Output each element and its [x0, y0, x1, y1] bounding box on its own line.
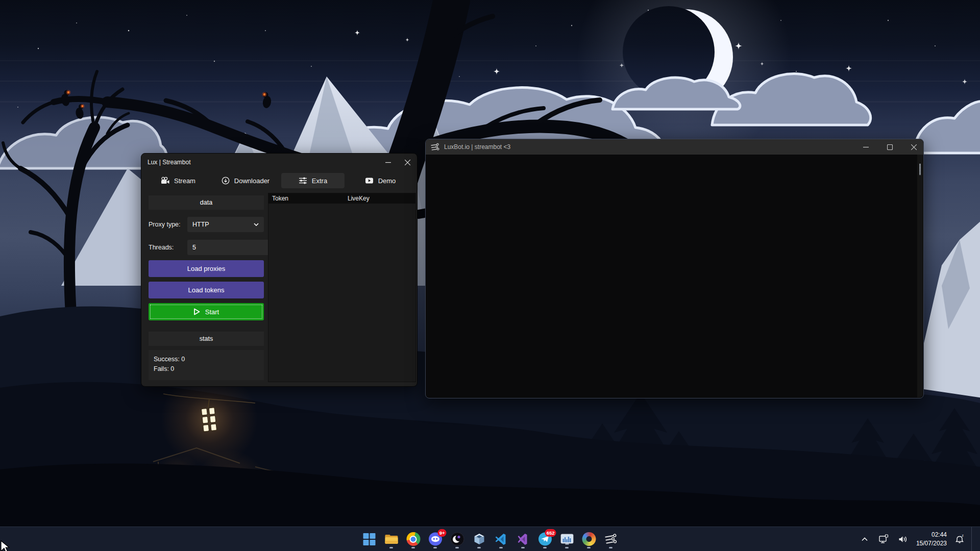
visual-studio-icon — [517, 533, 530, 546]
chrome-icon — [406, 532, 420, 546]
load-tokens-button[interactable]: Load tokens — [149, 282, 264, 298]
tab-stream-label: Stream — [174, 177, 195, 185]
console-scrollbar-thumb[interactable] — [919, 164, 921, 175]
taskbar-item-color-wheel-browser[interactable] — [579, 529, 599, 549]
load-proxies-button[interactable]: Load proxies — [149, 260, 264, 277]
taskbar: 9+ — [0, 527, 980, 551]
moon-app-icon — [450, 532, 464, 546]
proxy-type-label: Proxy type: — [149, 221, 183, 228]
lux-tab-bar: Stream Downloader Extra — [144, 171, 414, 190]
tab-stream[interactable]: Stream — [146, 173, 210, 188]
telegram-notification-badge: 652 — [545, 529, 556, 537]
minimize-icon[interactable] — [856, 140, 875, 154]
console-output[interactable] — [426, 155, 923, 397]
taskbar-item-chrome[interactable] — [403, 529, 424, 549]
monitor-graph-icon — [560, 533, 574, 546]
threads-input[interactable] — [187, 240, 280, 255]
proxy-type-select[interactable]: HTTP — [187, 217, 264, 232]
lux-titlebar[interactable]: Lux | Streambot — [141, 154, 417, 171]
vscode-icon — [495, 533, 508, 546]
tray-notifications-button[interactable]: z — [952, 529, 968, 549]
download-circle-icon — [222, 177, 230, 185]
taskbar-item-discord[interactable]: 9+ — [425, 529, 446, 549]
data-panel: data Proxy type: HTTP Threads: Load — [149, 195, 264, 380]
taskbar-item-vscode[interactable] — [491, 529, 511, 549]
tab-downloader-label: Downloader — [234, 177, 270, 185]
close-icon[interactable] — [398, 156, 417, 169]
chevron-down-icon — [254, 223, 259, 226]
minimize-icon[interactable] — [378, 156, 398, 169]
luxbot-taskbar-icon — [604, 533, 618, 546]
start-button-label: Start — [205, 308, 219, 316]
taskbar-center: 9+ — [359, 527, 621, 551]
stats-box: Success: 0 Fails: 0 — [149, 350, 264, 380]
virtualbox-icon — [472, 532, 486, 546]
stats-panel-header: stats — [149, 332, 264, 346]
taskbar-item-virtualbox[interactable] — [469, 529, 489, 549]
sliders-icon — [299, 177, 307, 185]
tab-extra[interactable]: Extra — [281, 173, 345, 188]
file-explorer-icon — [384, 533, 398, 546]
threads-label: Threads: — [149, 244, 183, 251]
start-button[interactable]: Start — [149, 303, 264, 320]
network-monitor-icon — [878, 534, 889, 544]
tray-date: 15/07/2023 — [916, 539, 947, 547]
play-outline-icon — [193, 308, 200, 315]
windows-logo-icon — [363, 533, 376, 546]
tab-downloader[interactable]: Downloader — [214, 173, 277, 188]
chevron-up-icon — [860, 535, 869, 543]
system-tray: 02:44 15/07/2023 z — [857, 527, 980, 551]
color-wheel-icon — [580, 530, 598, 548]
console-window-title: LuxBot.io | streambot <3 — [444, 143, 510, 151]
taskbar-item-telegram[interactable]: 652 — [535, 529, 555, 549]
lux-window-title: Lux | Streambot — [148, 159, 191, 166]
svg-text:z: z — [962, 534, 964, 537]
taskbar-item-moon-app[interactable] — [447, 529, 468, 549]
data-panel-header: data — [149, 195, 264, 210]
tab-extra-label: Extra — [312, 177, 327, 185]
bell-sleep-icon: z — [955, 534, 965, 544]
close-icon[interactable] — [904, 140, 923, 154]
play-badge-icon — [365, 177, 374, 185]
video-camera-icon — [161, 177, 169, 185]
stats-success: Success: 0 — [154, 355, 259, 364]
tray-overflow-chevron[interactable] — [857, 529, 872, 549]
mouse-cursor — [0, 540, 10, 551]
luxbot-app-icon — [431, 143, 439, 151]
maximize-icon[interactable] — [880, 140, 899, 154]
taskbar-item-file-explorer[interactable] — [381, 529, 402, 549]
proxy-type-value: HTTP — [192, 221, 209, 228]
desktop: Lux | Streambot Stream — [0, 0, 980, 551]
column-header-livekey[interactable]: LiveKey — [344, 195, 415, 202]
token-table: Token LiveKey — [268, 193, 416, 382]
taskbar-item-visual-studio[interactable] — [513, 529, 533, 549]
speaker-icon — [898, 535, 908, 544]
discord-notification-badge: 9+ — [438, 529, 447, 537]
token-table-header: Token LiveKey — [268, 193, 415, 204]
start-button[interactable] — [359, 529, 380, 549]
taskbar-item-system-monitor[interactable] — [557, 529, 577, 549]
tray-time: 02:44 — [916, 531, 947, 539]
console-titlebar[interactable]: LuxBot.io | streambot <3 — [426, 139, 923, 155]
stats-fails: Fails: 0 — [154, 364, 259, 374]
tray-clock[interactable]: 02:44 15/07/2023 — [914, 531, 949, 547]
tab-demo-label: Demo — [378, 177, 396, 185]
column-header-token[interactable]: Token — [268, 195, 344, 202]
token-table-body[interactable] — [268, 204, 415, 382]
luxbot-console-window: LuxBot.io | streambot <3 — [425, 139, 924, 398]
tray-network-button[interactable] — [875, 529, 892, 549]
show-desktop-strip[interactable] — [971, 527, 974, 551]
lux-streambot-window: Lux | Streambot Stream — [141, 153, 418, 387]
console-scrollbar-track[interactable] — [917, 155, 923, 397]
taskbar-item-luxbot[interactable] — [601, 529, 621, 549]
tray-volume-button[interactable] — [895, 529, 911, 549]
tab-demo[interactable]: Demo — [349, 173, 412, 188]
